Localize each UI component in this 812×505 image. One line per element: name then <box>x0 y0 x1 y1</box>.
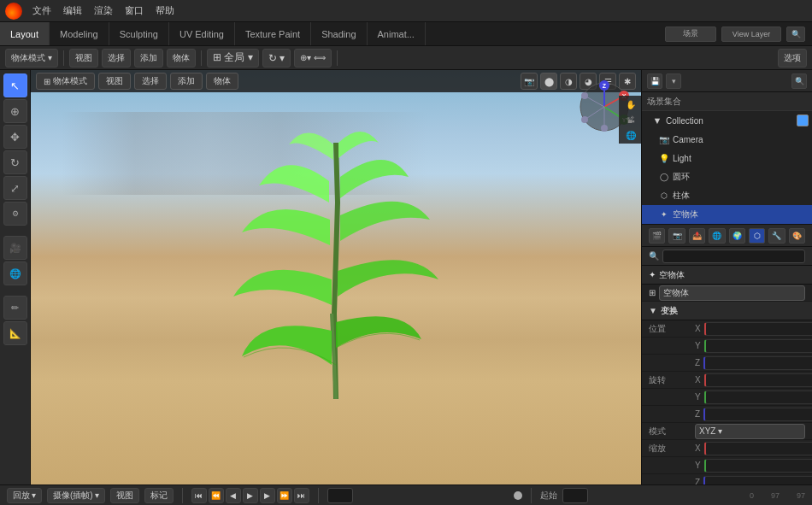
transform-btn[interactable]: ⊕▾ ⟺ <box>294 49 332 68</box>
outliner-row-torus[interactable]: ◯ 圆环 <box>642 167 812 186</box>
position-x-input[interactable]: 0 m <box>704 322 812 336</box>
tab-sculpting[interactable]: Sculpting <box>109 22 169 45</box>
prev-keyframe-btn[interactable]: ◀ <box>226 488 241 503</box>
jump-start-btn[interactable]: ⏮ <box>191 488 207 503</box>
scale-z-input[interactable]: 1.00 <box>703 476 812 485</box>
viewport-add-btn[interactable]: 添加 <box>170 73 203 90</box>
camera-view-icon[interactable]: 📽 <box>624 113 638 126</box>
hand-icon[interactable]: ✋ <box>624 97 638 111</box>
rotation-mode-dropdown[interactable]: XYZ ▾ <box>695 424 805 439</box>
menu-help[interactable]: 帮助 <box>150 3 179 19</box>
tool-draw[interactable]: ✏ <box>3 296 27 320</box>
search-btn[interactable]: 🔍 <box>786 26 805 42</box>
snap-btn[interactable]: ⊞ 全局 ▾ <box>207 49 259 68</box>
props-tab-modifier[interactable]: 🔧 <box>768 228 785 244</box>
menu-render[interactable]: 渲染 <box>89 3 118 19</box>
transform-section-header[interactable]: ▼ 变换 <box>642 302 812 320</box>
tab-modeling[interactable]: Modeling <box>50 22 109 45</box>
rp-icon-save[interactable]: 💾 <box>647 73 662 89</box>
properties-tabs: 🎬 📷 📤 🌐 🌍 ⬡ 🔧 🎨 <box>642 225 812 247</box>
props-tab-scene[interactable]: 🎬 <box>649 228 665 244</box>
tab-texture-paint[interactable]: Texture Paint <box>235 22 311 45</box>
camera-outliner-icon: 📷 <box>658 133 670 145</box>
position-z-input[interactable]: 1.05 <box>703 356 812 370</box>
view-layer-selector[interactable]: View Layer <box>721 26 781 42</box>
playback-menu[interactable]: 回放 ▾ <box>7 488 42 503</box>
outliner-label-light: Light <box>673 154 691 163</box>
current-frame-input[interactable]: 1 <box>327 488 353 503</box>
outliner-visibility-collection[interactable] <box>797 115 809 126</box>
world-icon[interactable]: 🌐 <box>624 128 638 142</box>
tab-shading[interactable]: Shading <box>311 22 367 45</box>
position-y-input[interactable]: 0 m <box>704 339 812 353</box>
sy-label: Y <box>695 461 701 470</box>
rotation-z-input[interactable]: 145 <box>703 408 812 421</box>
viewport-camera-icon[interactable]: 📷 <box>521 73 538 90</box>
tool-measure[interactable]: 🌐 <box>3 261 27 285</box>
menu-edit[interactable]: 编辑 <box>58 3 87 19</box>
frame-dot <box>514 491 522 500</box>
viewport-select-btn[interactable]: 选择 <box>134 73 167 90</box>
scene-selector[interactable]: 场景 <box>665 26 716 42</box>
tool-select[interactable]: ↖ <box>3 73 27 97</box>
header-toolbar: 物体模式 ▾ 视图 选择 添加 物体 ⊞ 全局 ▾ ↻ ▾ ⊕▾ ⟺ 选项 <box>0 46 812 70</box>
add-menu[interactable]: 添加 <box>134 49 163 68</box>
tool-ruler[interactable]: 📐 <box>3 321 27 345</box>
marker-menu[interactable]: 标记 <box>144 488 174 503</box>
outliner-row-empty[interactable]: ✦ 空物体 <box>642 205 812 224</box>
tool-move[interactable]: ✥ <box>3 125 27 149</box>
view-menu-bottom[interactable]: 视图 <box>110 488 139 503</box>
tab-uv-editing[interactable]: UV Editing <box>169 22 235 45</box>
keying-menu[interactable]: 摄像(插帧) ▾ <box>47 488 105 503</box>
props-tab-object[interactable]: ⬡ <box>749 228 765 244</box>
props-tab-material[interactable]: 🎨 <box>789 228 805 244</box>
rotation-y-row: Y 0° 🔒 <box>642 389 812 406</box>
select-menu[interactable]: 选择 <box>102 49 131 68</box>
3d-viewport[interactable]: ⊞ 物体模式 视图 选择 添加 物体 📷 ⬤ ◑ ◕ ☰ ✱ <box>31 70 641 484</box>
props-tab-render[interactable]: 📷 <box>668 228 685 244</box>
tab-animation[interactable]: Animat... <box>368 22 426 45</box>
viewport-shading-solid[interactable]: ⬤ <box>540 73 557 90</box>
sz-label: Z <box>695 478 700 484</box>
viewport-object-btn[interactable]: 物体 <box>206 73 238 90</box>
outliner-row-cylinder[interactable]: ⬡ 柱体 <box>642 186 812 205</box>
rotation-x-input[interactable]: 0° <box>704 373 812 387</box>
menu-window[interactable]: 窗口 <box>120 3 149 19</box>
props-tab-world[interactable]: 🌍 <box>729 228 745 244</box>
viewport-view-btn[interactable]: 视图 <box>98 73 131 90</box>
view-menu[interactable]: 视图 <box>69 49 98 68</box>
outliner-row-collection[interactable]: ▼ Collection <box>642 111 812 130</box>
tab-layout[interactable]: Layout <box>0 22 50 45</box>
scale-y-input[interactable]: 1.00 <box>704 459 812 473</box>
prev-frame-btn[interactable]: ⏪ <box>209 488 224 503</box>
next-frame-btn[interactable]: ⏩ <box>277 488 292 503</box>
play-btn[interactable]: ▶ <box>243 488 258 503</box>
object-name-input[interactable]: 空物体 <box>659 285 805 301</box>
pivot-btn[interactable]: ↻ ▾ <box>262 49 291 68</box>
start-frame-input[interactable]: 1 <box>562 488 588 503</box>
tool-annotate[interactable]: 🎥 <box>3 236 27 260</box>
props-tab-view-layer[interactable]: 🌐 <box>709 228 725 244</box>
transform-collapse-icon: ▼ <box>649 306 657 315</box>
viewport-mode-btn[interactable]: ⊞ 物体模式 <box>36 73 95 90</box>
menu-file[interactable]: 文件 <box>27 3 56 19</box>
jump-end-btn[interactable]: ⏭ <box>294 488 309 503</box>
outliner-row-light[interactable]: 💡 Light <box>642 149 812 167</box>
tool-scale[interactable]: ⤢ <box>3 176 27 200</box>
tool-transform[interactable]: ⚙ <box>3 202 27 226</box>
next-keyframe-btn[interactable]: ▶ <box>260 488 275 503</box>
scale-x-input[interactable]: 1.00 <box>704 442 812 455</box>
object-menu[interactable]: 物体 <box>167 49 196 68</box>
tool-cursor[interactable]: ⊕ <box>3 99 27 123</box>
rotation-label: 旋转 <box>649 374 691 386</box>
props-tab-output[interactable]: 📤 <box>689 228 705 244</box>
rp-icon-dropdown[interactable]: ▾ <box>666 73 681 89</box>
rp-icon-search[interactable]: 🔍 <box>791 73 807 89</box>
outliner-row-camera[interactable]: 📷 Camera <box>642 130 812 149</box>
tool-rotate[interactable]: ↻ <box>3 150 27 174</box>
properties-search-input[interactable] <box>662 250 805 263</box>
mode-dropdown[interactable]: 物体模式 ▾ <box>5 49 58 68</box>
rotation-y-input[interactable]: 0° <box>704 390 812 404</box>
options-btn[interactable]: 选项 <box>778 49 807 68</box>
blender-logo-icon[interactable] <box>5 3 22 20</box>
